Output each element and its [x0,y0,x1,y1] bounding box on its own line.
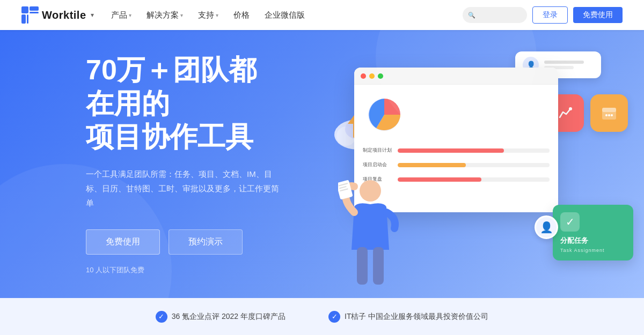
hero-free-button[interactable]: 免费使用 [86,229,160,255]
svg-point-9 [569,107,572,110]
logo-icon [21,6,39,24]
task-row: 制定项目计划 [363,147,550,154]
hero-section: 70万＋团队都在用的项目协作工具 一个工具满足团队所需：任务、项目、文档、IM、… [0,30,644,298]
task-assign-icon: ✓ [560,212,580,232]
svg-rect-11 [602,108,616,112]
navbar: Worktile ▾ 产品 ▾ 解决方案 ▾ 支持 ▾ 价格 企业微信版 🔍 登… [0,0,644,30]
hero-subtitle: 一个工具满足团队所需：任务、项目、文档、IM、目标、日历、甘特图、工时、审批以及… [86,167,279,210]
login-button[interactable]: 登录 [532,6,568,24]
hero-buttons: 免费使用 预约演示 [86,229,279,255]
logo-dropdown-icon[interactable]: ▾ [91,11,94,19]
svg-point-12 [605,114,608,116]
nav-links: 产品 ▾ 解决方案 ▾ 支持 ▾ 价格 企业微信版 [105,7,463,24]
chevron-down-icon: ▾ [129,12,131,18]
dot-green [378,73,383,79]
chevron-down-icon: ▾ [216,12,218,18]
svg-point-14 [611,114,613,116]
svg-rect-0 [21,6,28,13]
hero-title: 70万＋团队都在用的项目协作工具 [86,53,279,153]
task-label: 制定项目计划 [363,147,392,154]
svg-rect-4 [27,14,28,24]
hero-left: 70万＋团队都在用的项目协作工具 一个工具满足团队所需：任务、项目、文档、IM、… [0,53,279,274]
dot-red [361,73,366,79]
svg-point-22 [360,180,381,202]
svg-rect-24 [373,247,384,285]
svg-rect-2 [30,12,39,13]
svg-rect-3 [21,14,26,24]
svg-rect-23 [357,247,368,285]
badge-check-icon: ✓ [156,311,167,323]
nav-item-solution[interactable]: 解决方案 ▾ [140,7,189,24]
pie-chart [363,93,411,136]
task-assign-title: 分配任务 [560,236,626,245]
browser-bar [354,68,558,85]
hero-illustration: 👤 [322,46,633,293]
notification-bubble: 👤 [515,51,601,78]
chevron-down-icon: ▾ [180,12,183,18]
badge-item-1: ✓ 36 氪企业点评 2022 年度口碑产品 [156,311,286,323]
svg-point-13 [608,114,610,116]
notif-line [544,61,584,64]
dot-yellow [369,73,375,79]
hero-demo-button[interactable]: 预约演示 [169,229,243,255]
badge-text-1: 36 氪企业点评 2022 年度口碑产品 [172,312,286,322]
avatar-bubble: 👤 [535,215,558,239]
free-use-button[interactable]: 免费使用 [573,7,623,23]
nav-item-price[interactable]: 价格 [227,7,256,24]
nav-item-support[interactable]: 支持 ▾ [192,7,225,24]
hero-note: 10 人以下团队免费 [86,265,279,275]
app-card-calendar [590,94,628,132]
badge-check-icon: ✓ [328,311,340,323]
task-assign-card: ✓ 分配任务 Task Assignment [553,205,633,260]
badge-text-2: IT桔子 中国企业服务领域最具投资价值公司 [345,312,488,322]
badge-item-2: ✓ IT桔子 中国企业服务领域最具投资价值公司 [328,311,488,323]
footer-badges: ✓ 36 氪企业点评 2022 年度口碑产品 ✓ IT桔子 中国企业服务领域最具… [0,298,644,335]
svg-rect-1 [30,6,39,11]
nav-item-enterprise[interactable]: 企业微信版 [258,7,311,24]
logo-area[interactable]: Worktile ▾ [21,6,94,24]
nav-right: 🔍 登录 免费使用 [463,6,623,24]
task-assign-subtitle: Task Assignment [560,248,626,253]
logo-text: Worktile [42,9,86,21]
nav-item-product[interactable]: 产品 ▾ [105,7,138,24]
person-figure [338,164,402,293]
search-input[interactable]: 🔍 [463,7,527,23]
